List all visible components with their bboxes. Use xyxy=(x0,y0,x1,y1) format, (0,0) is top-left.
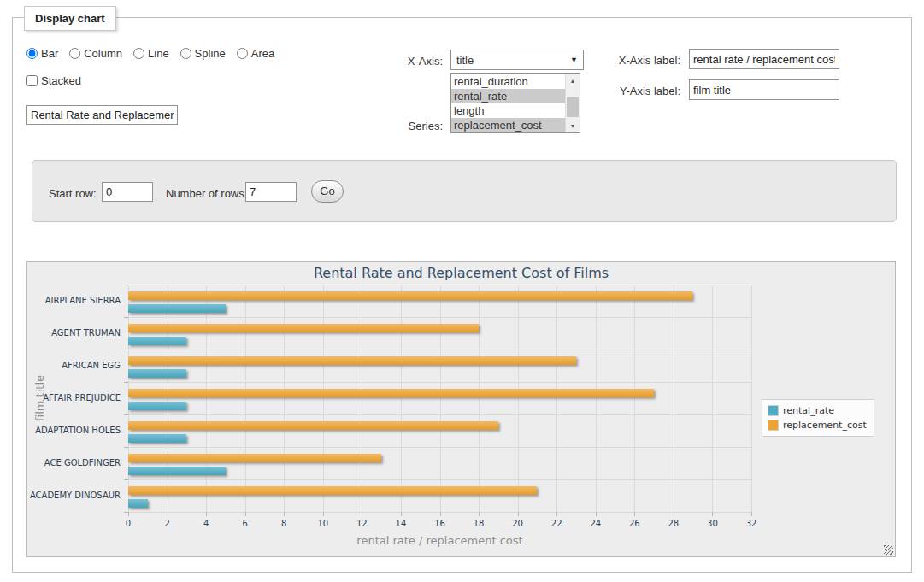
series-multiselect[interactable]: rental_durationrental_ratelengthreplacem… xyxy=(450,73,580,133)
x-tick-label: 10 xyxy=(310,519,336,528)
x-axis-label-input[interactable] xyxy=(689,49,839,69)
stacked-checkbox[interactable] xyxy=(26,75,38,86)
bar-replacement_cost xyxy=(128,291,692,300)
rows-panel: Start row: Number of rows: Go xyxy=(32,160,897,222)
x-tick-label: 18 xyxy=(466,519,491,528)
series-scrollbar[interactable]: ▲ ▼ xyxy=(565,74,580,132)
bar-rental_rate xyxy=(128,434,186,443)
gridline xyxy=(556,285,557,512)
chart-type-radio-bar[interactable] xyxy=(26,48,38,59)
gridline xyxy=(596,285,597,512)
bar-replacement_cost xyxy=(128,454,381,462)
legend-item-rental_rate[interactable]: rental_rate xyxy=(768,403,867,418)
resize-grip-icon[interactable] xyxy=(884,545,893,555)
legend-item-replacement_cost[interactable]: replacement_cost xyxy=(768,418,867,432)
series-select-label: Series: xyxy=(372,120,443,132)
bar-rental_rate xyxy=(128,467,226,475)
chart-type-radio-area[interactable] xyxy=(237,48,248,59)
category-label: ACE GOLDFINGER xyxy=(27,458,121,467)
num-rows-input[interactable] xyxy=(245,182,297,202)
start-row-input[interactable] xyxy=(102,182,153,202)
stacked-checkbox-row: Stacked xyxy=(26,74,81,87)
chart-type-option-column[interactable]: Column xyxy=(69,47,122,60)
gridline xyxy=(751,285,752,512)
scrollbar-thumb[interactable] xyxy=(567,97,579,117)
chart-type-radio-line[interactable] xyxy=(133,48,144,59)
chart-title-input[interactable] xyxy=(26,105,178,125)
category-label: AGENT TRUMAN xyxy=(27,328,121,338)
legend-swatch xyxy=(768,405,779,416)
x-axis-tick xyxy=(712,512,713,516)
start-row-label: Start row: xyxy=(49,187,97,200)
chart-type-option-line[interactable]: Line xyxy=(133,47,169,60)
display-chart-fieldset: Display chart BarColumnLineSplineArea St… xyxy=(12,17,912,573)
chart-type-option-bar[interactable]: Bar xyxy=(26,47,58,60)
chart-type-label: Area xyxy=(251,47,274,60)
chart-title: Rental Rate and Replacement Cost of Film… xyxy=(27,265,895,281)
gridline xyxy=(674,285,674,512)
x-tick-label: 6 xyxy=(232,519,258,528)
gridline xyxy=(362,285,362,512)
chart-type-label: Column xyxy=(84,47,122,60)
stacked-label: Stacked xyxy=(41,74,81,87)
series-option-replacement_cost[interactable]: replacement_cost xyxy=(451,118,565,132)
series-option-rental_rate[interactable]: rental_rate xyxy=(451,89,565,103)
scroll-down-icon[interactable]: ▼ xyxy=(566,120,580,132)
x-tick-label: 4 xyxy=(193,519,219,528)
bar-rental_rate xyxy=(128,402,186,410)
x-tick-label: 20 xyxy=(505,519,531,528)
x-axis-select[interactable]: title ▼ xyxy=(450,50,584,70)
x-axis-tick xyxy=(440,512,441,516)
bar-replacement_cost xyxy=(128,486,537,495)
gridline xyxy=(634,285,635,512)
x-tick-label: 26 xyxy=(621,519,647,528)
gridline xyxy=(323,285,324,512)
category-label: ADAPTATION HOLES xyxy=(27,426,121,435)
gridline xyxy=(168,285,168,512)
x-axis-tick xyxy=(206,512,207,516)
gridline xyxy=(245,285,246,512)
stacked-option[interactable]: Stacked xyxy=(26,74,81,87)
series-options: rental_durationrental_ratelengthreplacem… xyxy=(451,74,565,132)
chart-legend: rental_ratereplacement_cost xyxy=(762,399,874,437)
bar-replacement_cost xyxy=(128,389,654,397)
chart-type-label: Spline xyxy=(195,47,226,60)
x-axis-tick xyxy=(362,512,362,516)
series-option-rental_duration[interactable]: rental_duration xyxy=(451,74,565,89)
chart-type-option-spline[interactable]: Spline xyxy=(180,47,226,60)
chart-type-label: Line xyxy=(148,47,169,60)
x-tick-label: 12 xyxy=(349,519,374,528)
go-button[interactable]: Go xyxy=(311,180,344,203)
x-axis-tick xyxy=(556,512,557,516)
chart-type-radio-spline[interactable] xyxy=(180,48,191,59)
chart-type-label: Bar xyxy=(41,47,58,60)
gridline xyxy=(206,285,207,512)
bar-rental_rate xyxy=(128,304,226,313)
x-tick-label: 24 xyxy=(583,519,609,528)
gridline xyxy=(518,285,519,512)
x-tick-label: 32 xyxy=(739,519,764,528)
fieldset-legend: Display chart xyxy=(24,6,116,31)
category-label: AIRPLANE SIERRA xyxy=(27,296,121,305)
x-axis-tick xyxy=(323,512,324,516)
x-tick-label: 22 xyxy=(544,519,569,528)
series-option-length[interactable]: length xyxy=(451,103,565,118)
y-axis-label-input[interactable] xyxy=(689,79,839,100)
bar-replacement_cost xyxy=(128,356,576,365)
legend-label: rental_rate xyxy=(783,405,834,416)
bar-rental_rate xyxy=(128,369,186,378)
chevron-down-icon: ▼ xyxy=(570,56,578,64)
scroll-up-icon[interactable]: ▲ xyxy=(566,74,580,87)
gridline xyxy=(712,285,713,512)
chart-type-radio-column[interactable] xyxy=(69,48,80,59)
x-tick-label: 16 xyxy=(427,519,453,528)
x-axis-tick xyxy=(479,512,480,516)
x-tick-label: 8 xyxy=(271,519,297,528)
legend-label: replacement_cost xyxy=(783,420,867,431)
category-label: ACADEMY DINOSAUR xyxy=(27,491,121,500)
y-axis-label-label: Y-Axis label: xyxy=(608,85,680,97)
chart-type-option-area[interactable]: Area xyxy=(237,47,274,60)
x-axis-tick xyxy=(634,512,635,516)
x-axis-tick xyxy=(518,512,519,516)
category-label: AFRICAN EGG xyxy=(27,361,121,370)
